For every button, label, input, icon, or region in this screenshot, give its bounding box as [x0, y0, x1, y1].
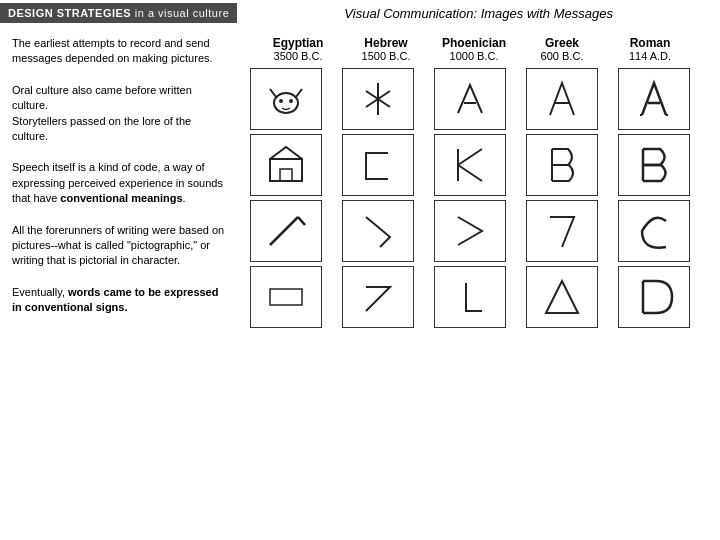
symbol-egyptian-3	[250, 200, 322, 262]
symbol-hebrew-1	[342, 68, 414, 130]
symbol-hebrew-2	[342, 134, 414, 196]
col-hebrew	[342, 68, 430, 328]
col-roman	[618, 68, 706, 328]
header-subtitle: in a visual culture	[131, 7, 229, 19]
symbol-greek-4	[526, 266, 598, 328]
header-roman: Roman 114 A.D.	[606, 36, 694, 62]
col-greek	[526, 68, 614, 328]
text-block-5: Eventually, words came to be expressed i…	[12, 285, 228, 316]
symbol-greek-1	[526, 68, 598, 130]
symbol-phoenician-1	[434, 68, 506, 130]
header-design-strategies: DESIGN STRATEGIES	[8, 7, 131, 19]
main-content: The earliest attempts to record and send…	[0, 26, 720, 540]
header-right: Visual Communication: Images with Messag…	[237, 6, 720, 21]
header: DESIGN STRATEGIES in a visual culture Vi…	[0, 0, 720, 26]
svg-line-2	[296, 89, 302, 97]
text-block-2: Oral culture also came before written cu…	[12, 83, 228, 145]
header-egyptian: Egyptian 3500 B.C.	[254, 36, 342, 62]
header-title: Visual Communication: Images with Messag…	[344, 6, 613, 21]
symbol-greek-3	[526, 200, 598, 262]
col-egyptian	[250, 68, 338, 328]
left-column: The earliest attempts to record and send…	[0, 36, 240, 540]
symbol-roman-1	[618, 68, 690, 130]
header-phoenician: Phoenician 1000 B.C.	[430, 36, 518, 62]
bold-words: words came to be expressed in convention…	[12, 286, 218, 313]
symbol-roman-4	[618, 266, 690, 328]
header-greek: Greek 600 B.C.	[518, 36, 606, 62]
symbol-phoenician-3	[434, 200, 506, 262]
symbol-egyptian-2	[250, 134, 322, 196]
symbol-hebrew-3	[342, 200, 414, 262]
header-hebrew: Hebrew 1500 B.C.	[342, 36, 430, 62]
svg-rect-5	[270, 159, 302, 181]
svg-point-4	[289, 99, 293, 103]
text-block-3: Speech itself is a kind of code, a way o…	[12, 160, 228, 206]
text-block-1: The earliest attempts to record and send…	[12, 36, 228, 67]
bold-conventional: conventional meanings	[60, 192, 182, 204]
symbol-phoenician-4	[434, 266, 506, 328]
svg-point-3	[279, 99, 283, 103]
symbol-egyptian-1	[250, 68, 322, 130]
svg-rect-6	[280, 169, 292, 181]
symbol-hebrew-4	[342, 266, 414, 328]
svg-rect-7	[270, 289, 302, 305]
col-phoenician	[434, 68, 522, 328]
header-left: DESIGN STRATEGIES in a visual culture	[0, 3, 237, 23]
text-block-4: All the forerunners of writing were base…	[12, 223, 228, 269]
symbol-column-headers: Egyptian 3500 B.C. Hebrew 1500 B.C. Phoe…	[254, 36, 710, 62]
right-column: Egyptian 3500 B.C. Hebrew 1500 B.C. Phoe…	[240, 36, 720, 540]
symbol-phoenician-2	[434, 134, 506, 196]
symbols-grid	[250, 68, 710, 328]
symbol-greek-2	[526, 134, 598, 196]
symbol-egyptian-4	[250, 266, 322, 328]
symbol-roman-3	[618, 200, 690, 262]
symbol-roman-2	[618, 134, 690, 196]
svg-line-1	[270, 89, 276, 97]
